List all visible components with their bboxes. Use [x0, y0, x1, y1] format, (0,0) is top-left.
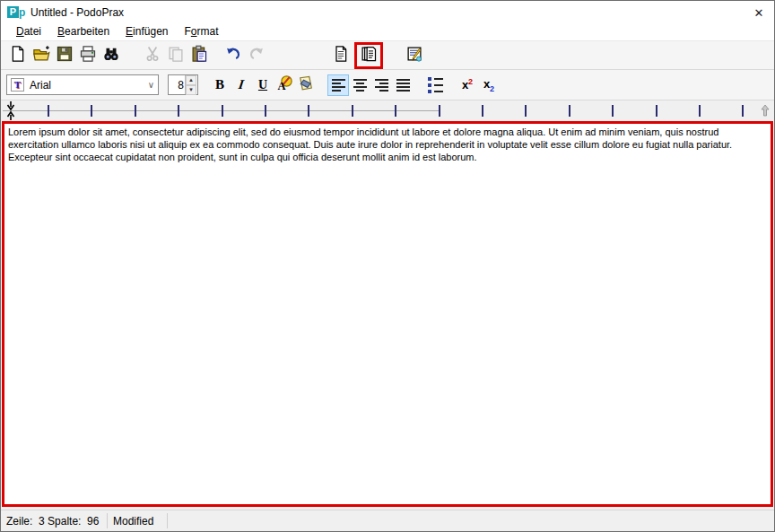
cut-scissors-icon: [144, 45, 161, 66]
font-size-spinner[interactable]: ▲ ▼: [168, 74, 198, 95]
app-icon-main: P: [7, 6, 19, 18]
menu-bearbeiten[interactable]: Bearbeiten: [49, 24, 118, 40]
spin-up-button[interactable]: ▲: [186, 75, 196, 85]
save-floppy-icon: [56, 45, 74, 66]
copy-pages-icon: [167, 45, 185, 66]
save-button[interactable]: [53, 44, 76, 67]
bullet-list-button[interactable]: [424, 74, 446, 96]
fill-color-button[interactable]: [295, 74, 317, 96]
menu-format[interactable]: Format: [176, 24, 226, 40]
open-button[interactable]: [30, 44, 53, 67]
menu-bar: Datei Bearbeiten Einfügen Format: [1, 24, 774, 41]
underline-button[interactable]: U: [252, 74, 274, 96]
app-icon: P p: [7, 6, 25, 20]
menu-einfuegen[interactable]: Einfügen: [118, 24, 176, 40]
align-center-icon: [353, 79, 367, 92]
align-justify-icon: [396, 79, 410, 92]
print-icon: [79, 45, 97, 66]
close-button[interactable]: ✕: [744, 1, 774, 24]
undo-button[interactable]: [222, 44, 245, 67]
stacked-pages-icon: [360, 45, 378, 66]
fill-color-icon: [297, 74, 315, 96]
edit-template-button[interactable]: [403, 44, 426, 67]
caret-position-status: Zeile: 3 Spalte: 96: [1, 510, 107, 531]
app-icon-small: p: [19, 7, 25, 19]
redo-button[interactable]: [245, 44, 268, 67]
page-view-button[interactable]: [329, 44, 353, 67]
paste-clipboard-icon: [190, 45, 208, 66]
print-button[interactable]: [76, 44, 100, 67]
cut-button[interactable]: [141, 44, 164, 67]
subscript-button[interactable]: x2: [478, 74, 500, 96]
align-justify-button[interactable]: [392, 74, 414, 96]
font-family-value: Arial: [30, 79, 148, 92]
app-window: P p Untitled - PodoPrax ✕ Datei Bearbeit…: [0, 0, 775, 532]
modified-status: Modified: [108, 510, 167, 531]
format-toolbar: T Arial ∨ ▲ ▼ B I U A x2 x2: [1, 70, 774, 100]
multi-page-view-button[interactable]: [358, 45, 379, 66]
truetype-icon: T: [11, 78, 24, 92]
chevron-down-icon: ∨: [148, 80, 154, 90]
title-bar[interactable]: P p Untitled - PodoPrax ✕: [1, 1, 774, 24]
italic-button[interactable]: I: [231, 74, 252, 96]
window-title: Untitled - PodoPrax: [30, 6, 124, 19]
font-color-button[interactable]: A: [274, 74, 295, 96]
new-document-button[interactable]: [6, 44, 30, 67]
ruler[interactable]: [1, 100, 774, 121]
new-document-icon: [9, 45, 27, 66]
paste-button[interactable]: [187, 44, 211, 67]
undo-icon: [224, 45, 242, 66]
document-editor[interactable]: Lorem ipsum dolor sit amet, consectetur …: [2, 121, 773, 507]
svg-text:A: A: [278, 79, 286, 92]
document-text: Lorem ipsum dolor sit amet, consectetur …: [4, 124, 771, 165]
open-folder-icon: [32, 45, 50, 66]
right-indent-marker[interactable]: [761, 104, 770, 121]
align-center-button[interactable]: [349, 74, 370, 96]
align-right-button[interactable]: [370, 74, 392, 96]
align-right-icon: [375, 79, 388, 92]
align-left-icon: [332, 79, 345, 92]
align-left-button[interactable]: [327, 74, 349, 96]
edit-page-pencil-icon: [405, 45, 423, 66]
highlight-red-box: [354, 42, 383, 69]
menu-datei[interactable]: Datei: [8, 24, 49, 40]
status-bar: Zeile: 3 Spalte: 96 Modified: [1, 510, 774, 531]
copy-button[interactable]: [164, 44, 187, 67]
spin-down-button[interactable]: ▼: [186, 85, 196, 95]
superscript-button[interactable]: x2: [457, 74, 478, 96]
font-family-combobox[interactable]: T Arial ∨: [6, 74, 159, 95]
font-size-input[interactable]: [169, 75, 185, 94]
status-empty: [168, 510, 774, 531]
bold-button[interactable]: B: [209, 74, 231, 96]
standard-toolbar: [1, 41, 774, 70]
bullet-list-icon: [428, 77, 443, 93]
indent-markers[interactable]: [4, 100, 17, 125]
find-binoculars-icon: [102, 45, 120, 66]
find-button[interactable]: [100, 44, 123, 67]
redo-icon: [248, 45, 266, 66]
font-color-icon: A: [275, 74, 293, 96]
single-page-icon: [332, 45, 350, 66]
